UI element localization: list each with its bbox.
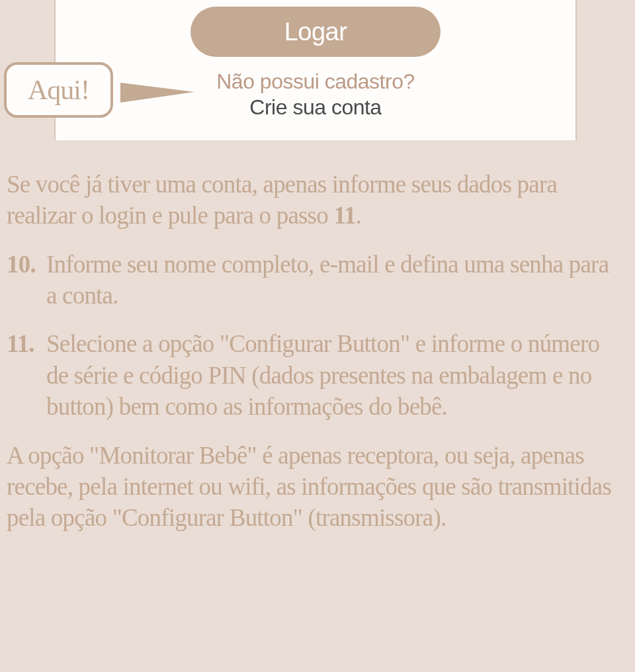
step-10: 10. Informe seu nome completo, e-mail e … bbox=[7, 249, 628, 312]
intro-paragraph: Se você já tiver uma conta, apenas infor… bbox=[7, 169, 628, 231]
app-screenshot-panel: Logar Não possui cadastro? Crie sua cont… bbox=[54, 0, 577, 140]
note-paragraph: A opção "Monitorar Bebê" é apenas recept… bbox=[7, 440, 628, 534]
login-button-label: Logar bbox=[284, 18, 347, 46]
intro-text-part1: Se você já tiver uma conta, apenas infor… bbox=[7, 171, 557, 229]
step-number: 11. bbox=[7, 328, 46, 422]
callout-label: Aqui! bbox=[28, 75, 89, 105]
login-button[interactable]: Logar bbox=[190, 7, 441, 57]
step-11: 11. Selecione a opção "Configurar Button… bbox=[7, 328, 628, 422]
step-number: 10. bbox=[7, 249, 46, 312]
callout-here: Aqui! bbox=[4, 62, 113, 118]
step-text: Informe seu nome completo, e-mail e defi… bbox=[46, 249, 628, 312]
intro-text-part2: . bbox=[356, 202, 361, 229]
instruction-content: Se você já tiver uma conta, apenas infor… bbox=[7, 169, 628, 534]
step-text: Selecione a opção "Configurar Button" e … bbox=[46, 328, 628, 422]
svg-marker-0 bbox=[120, 83, 194, 103]
intro-step-ref: 11 bbox=[333, 202, 355, 229]
